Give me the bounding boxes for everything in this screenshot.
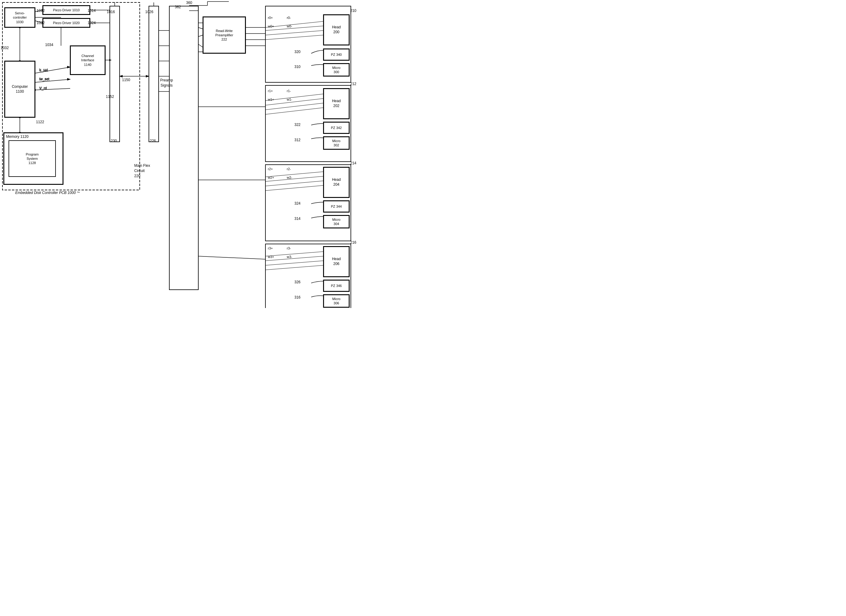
svg-rect-11 <box>169 6 198 290</box>
r0plus-label: r0+ <box>268 16 273 19</box>
servo-controller-box: Servo-controller1030 <box>4 7 35 28</box>
ref-1016: 1016 <box>107 10 115 14</box>
micro-300-box: Micro300 <box>323 63 349 76</box>
ref-214: 214 <box>350 161 356 165</box>
w1minus-label: w1- <box>287 98 292 101</box>
lw-set-label: lw_set <box>39 77 49 81</box>
svg-line-62 <box>198 35 203 37</box>
ref-316: 316 <box>294 295 301 299</box>
ref-1122: 1122 <box>36 120 44 124</box>
ref-362: 362 <box>175 5 181 9</box>
channel-interface-box: ChannelInterface1140 <box>70 46 105 75</box>
r2plus-label: r2+ <box>268 167 273 171</box>
r3minus-label: r3- <box>287 246 291 250</box>
ref-1034: 1034 <box>45 43 53 47</box>
head-202-box: Head202 <box>323 88 349 119</box>
svg-marker-36 <box>119 75 123 78</box>
ref-312: 312 <box>294 138 301 142</box>
ref-1032: 1032 <box>1 46 9 50</box>
svg-line-79 <box>266 185 323 191</box>
piezo-driver-1010-box: Piezo Driver 1010 <box>43 6 90 15</box>
rw-preamplifier-box: Read-WritePreamplifier222 <box>203 17 245 53</box>
svg-line-75 <box>266 108 323 114</box>
w0minus-label: w0- <box>287 24 292 28</box>
svg-line-88 <box>198 256 266 259</box>
svg-rect-9 <box>149 6 159 142</box>
preamp-signals-label: PreampSignals <box>160 78 173 88</box>
ref-326: 326 <box>294 280 301 284</box>
head-200-box: Head200 <box>323 15 349 45</box>
ref-216: 216 <box>350 240 356 245</box>
ref-210: 210 <box>350 9 356 13</box>
lr-set-label: lr_set <box>39 68 48 72</box>
ref-230: 230 <box>111 139 117 143</box>
ref-1024: 1024 <box>88 21 96 25</box>
ref-1012: 1012 <box>37 9 45 13</box>
svg-line-74 <box>266 103 323 110</box>
svg-marker-48 <box>67 78 71 81</box>
r0minus-label: r0- <box>287 16 291 19</box>
w1plus-label: w1+ <box>268 98 274 101</box>
ref-1152: 1152 <box>106 95 114 99</box>
pz-346-box: PZ 346 <box>323 280 349 292</box>
r3plus-label: r3+ <box>268 246 273 250</box>
svg-line-63 <box>198 44 203 47</box>
ref-324: 324 <box>294 201 301 205</box>
svg-line-78 <box>266 181 323 186</box>
ref-322: 322 <box>294 123 301 127</box>
micro-304-box: Micro304 <box>323 215 349 228</box>
main-flex-label: Main FlexCircuit220 <box>134 163 150 178</box>
pz-340-box: PZ 340 <box>323 49 349 60</box>
ref-314: 314 <box>294 217 301 221</box>
ref-1150: 1150 <box>122 78 130 82</box>
pz-342-box: PZ 342 <box>323 122 349 133</box>
embedded-pcb-label: Embedded Disk Controller PCB 1000 ~ <box>15 189 80 195</box>
svg-line-71 <box>266 35 323 40</box>
svg-line-61 <box>198 28 203 29</box>
v-rd-label: V_rd <box>39 86 47 91</box>
micro-306-box: Micro306 <box>323 295 349 307</box>
w0plus-label: w0+ <box>268 24 274 28</box>
svg-marker-35 <box>146 75 150 78</box>
svg-marker-43 <box>109 59 112 61</box>
pz-344-box: PZ 344 <box>323 201 349 212</box>
diagram: lr_set lw_set V_rd <box>0 0 423 308</box>
svg-line-83 <box>266 265 323 270</box>
r1minus-label: r1- <box>287 89 291 93</box>
ref-1014: 1014 <box>88 9 96 13</box>
ref-320: 320 <box>294 50 301 54</box>
ref-212: 212 <box>350 82 356 86</box>
piezo-driver-1020-box: Piezo Driver 1020 <box>43 18 90 28</box>
svg-line-82 <box>266 261 323 265</box>
program-system-box: ProgramSystem1128 <box>9 140 56 177</box>
w2plus-label: w2+ <box>268 176 274 179</box>
ref-360: 360 <box>186 1 192 5</box>
ref-1022: 1022 <box>37 21 45 25</box>
ref-1026: 1026 <box>145 10 153 14</box>
ref-226: 226 <box>150 139 156 143</box>
w2minus-label: w2- <box>287 176 292 179</box>
r1plus-label: r1+ <box>268 89 273 93</box>
head-206-box: Head206 <box>323 246 349 277</box>
micro-302-box: Micro302 <box>323 136 349 150</box>
ref-310: 310 <box>294 65 301 69</box>
svg-line-70 <box>266 31 323 35</box>
head-204-box: Head204 <box>323 167 349 198</box>
computer-box: Computer1100 <box>4 61 35 117</box>
w3minus-label: w3- <box>287 255 292 259</box>
r2minus-label: r2- <box>287 167 291 171</box>
w3plus-label: w3+ <box>268 255 274 259</box>
svg-rect-8 <box>110 6 120 142</box>
